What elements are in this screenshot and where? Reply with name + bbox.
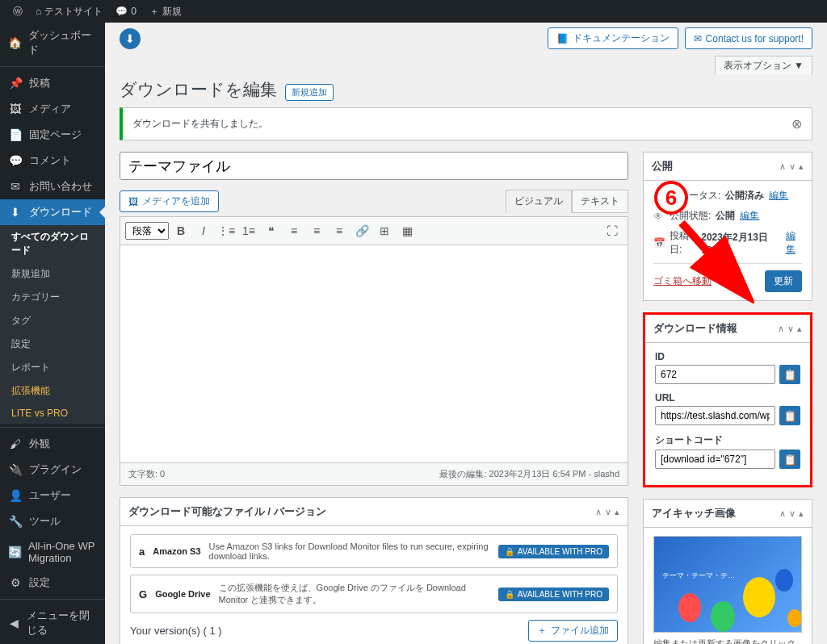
- url-input[interactable]: [655, 406, 775, 425]
- copy-url-button[interactable]: 📋: [779, 406, 800, 425]
- support-button[interactable]: ✉ Contact us for support!: [685, 27, 812, 49]
- dlinfo-heading: ダウンロード情報: [653, 321, 737, 336]
- move-up-icon[interactable]: ∧: [595, 507, 602, 517]
- copy-id-button[interactable]: 📋: [779, 365, 800, 384]
- pro-badge[interactable]: 🔒 AVAILABLE WITH PRO: [498, 545, 609, 558]
- copy-shortcode-button[interactable]: 📋: [779, 450, 800, 469]
- menu-appearance[interactable]: 🖌外観: [0, 431, 105, 457]
- italic-button[interactable]: I: [193, 220, 214, 241]
- docs-label: ドキュメンテーション: [573, 31, 670, 45]
- new-content[interactable]: ＋ 新規: [143, 5, 188, 19]
- tab-visual[interactable]: ビジュアル: [506, 190, 572, 213]
- menu-users[interactable]: 👤ユーザー: [0, 483, 105, 508]
- id-input[interactable]: [655, 365, 775, 384]
- align-left-button[interactable]: ≡: [283, 220, 304, 241]
- menu-migration[interactable]: 🔄All-in-One WP Migration: [0, 534, 105, 570]
- menu-comments[interactable]: 💬コメント: [0, 148, 105, 174]
- success-notice: ダウンロードを共有しました。 ⊗: [120, 107, 812, 140]
- bullet-list-button[interactable]: ⋮≡: [216, 220, 237, 241]
- collapse-icon: ◀: [8, 617, 20, 629]
- update-button[interactable]: 更新: [765, 270, 802, 292]
- add-file-button[interactable]: ＋ ファイル追加: [528, 620, 618, 642]
- page-icon: 📄: [8, 128, 23, 141]
- menu-label: 設定: [29, 575, 50, 590]
- move-down-icon[interactable]: ∨: [605, 507, 611, 517]
- move-up-icon[interactable]: ∧: [779, 161, 786, 172]
- download-info-postbox: ダウンロード情報 ∧∨▴ ID 📋 URL 📋 ショートコード: [643, 312, 812, 487]
- sub-add-new[interactable]: 新規追加: [0, 262, 105, 286]
- download-submenu: すべてのダウンロード 新規追加 カテゴリー タグ 設定 レポート 拡張機能 LI…: [0, 225, 105, 424]
- gdrive-icon: G: [139, 588, 147, 600]
- featured-thumbnail[interactable]: テーマ・テーマ・テ…: [653, 536, 802, 633]
- screen-options-toggle[interactable]: 表示オプション ▼: [715, 56, 812, 75]
- site-link[interactable]: ⌂ テストサイト: [29, 5, 109, 19]
- menu-media[interactable]: 🖼メディア: [0, 96, 105, 122]
- sub-settings[interactable]: 設定: [0, 332, 105, 356]
- sub-tags[interactable]: タグ: [0, 309, 105, 332]
- amazon-icon: a: [139, 546, 145, 558]
- dismiss-notice-button[interactable]: ⊗: [791, 116, 802, 132]
- menu-pages[interactable]: 📄固定ページ: [0, 122, 105, 148]
- more-button[interactable]: ⊞: [374, 220, 395, 241]
- editor-content[interactable]: [120, 245, 628, 463]
- move-up-icon[interactable]: ∧: [779, 508, 786, 519]
- sub-lite-pro[interactable]: LITE vs PRO: [0, 403, 105, 424]
- add-media-button[interactable]: 🖼 メディアを追加: [120, 190, 219, 212]
- toggle-icon[interactable]: ▴: [615, 507, 619, 517]
- sub-all-downloads[interactable]: すべてのダウンロード: [0, 225, 105, 262]
- bold-button[interactable]: B: [170, 220, 191, 241]
- menu-label: メニューを閉じる: [27, 608, 97, 638]
- menu-download[interactable]: ⬇ダウンロード: [0, 199, 105, 225]
- menu-label: ダッシュボード: [28, 28, 97, 57]
- move-up-icon[interactable]: ∧: [778, 324, 784, 334]
- quote-button[interactable]: ❝: [261, 220, 282, 241]
- menu-plugins[interactable]: 🔌プラグイン: [0, 457, 105, 483]
- site-name-label: テストサイト: [44, 5, 103, 19]
- featured-image-postbox: アイキャッチ画像 ∧∨▴ テーマ・テーマ・テ… 編集または更新する画像をクリック…: [643, 499, 812, 644]
- pro-badge[interactable]: 🔒 AVAILABLE WITH PRO: [498, 588, 609, 601]
- add-new-button[interactable]: 新規追加: [285, 84, 334, 101]
- move-down-icon[interactable]: ∨: [789, 508, 796, 519]
- calendar-icon: 📅: [653, 237, 665, 249]
- menu-settings[interactable]: ⚙設定: [0, 570, 105, 596]
- sub-categories[interactable]: カテゴリー: [0, 286, 105, 309]
- align-center-button[interactable]: ≡: [306, 220, 327, 241]
- menu-contact[interactable]: ✉お問い合わせ: [0, 174, 105, 199]
- number-list-button[interactable]: 1≡: [238, 220, 259, 241]
- plug-icon: 🔌: [8, 463, 23, 476]
- featured-heading: アイキャッチ画像: [652, 506, 736, 521]
- comments-link[interactable]: 💬 0: [109, 6, 143, 17]
- download-title-input[interactable]: [120, 152, 628, 180]
- shortcode-input[interactable]: [655, 450, 775, 469]
- menu-posts[interactable]: 📌投稿: [0, 70, 105, 96]
- move-down-icon[interactable]: ∨: [789, 161, 796, 172]
- menu-tools[interactable]: 🔧ツール: [0, 508, 105, 534]
- sub-reports[interactable]: レポート: [0, 356, 105, 379]
- last-edit: 最後の編集: 2023年2月13日 6:54 PM - slashd: [439, 468, 619, 480]
- toolbar-toggle-button[interactable]: ▦: [397, 220, 418, 241]
- toggle-icon[interactable]: ▴: [799, 161, 804, 172]
- status-value: 公開済み: [725, 189, 764, 203]
- link-button[interactable]: 🔗: [351, 220, 372, 241]
- wp-logo[interactable]: ⓦ: [6, 5, 29, 19]
- toggle-icon[interactable]: ▴: [797, 324, 802, 334]
- versions-heading: ダウンロード可能なファイル / バージョン: [128, 504, 326, 519]
- tab-text[interactable]: テキスト: [572, 190, 628, 213]
- menu-collapse[interactable]: ◀メニューを閉じる: [0, 603, 105, 643]
- menu-dashboard[interactable]: 🏠ダッシュボード: [0, 23, 105, 63]
- edit-date-link[interactable]: 編集: [786, 229, 802, 257]
- align-right-button[interactable]: ≡: [329, 220, 350, 241]
- editor-status-bar: 文字数: 0 最後の編集: 2023年2月13日 6:54 PM - slash…: [120, 463, 628, 486]
- svg-line-0: [682, 223, 740, 287]
- toggle-icon[interactable]: ▴: [799, 508, 804, 519]
- screen-options-row: 表示オプション ▼: [120, 56, 812, 75]
- format-select[interactable]: 段落: [125, 222, 169, 240]
- move-down-icon[interactable]: ∨: [787, 324, 794, 334]
- menu-label: 外観: [29, 437, 50, 451]
- sub-extensions[interactable]: 拡張機能: [0, 379, 105, 403]
- dashboard-icon: 🏠: [8, 36, 22, 49]
- fullscreen-button[interactable]: ⛶: [602, 220, 623, 241]
- docs-button[interactable]: 📘 ドキュメンテーション: [548, 27, 678, 49]
- edit-status-link[interactable]: 編集: [769, 189, 788, 203]
- menu-label: コメント: [29, 153, 71, 168]
